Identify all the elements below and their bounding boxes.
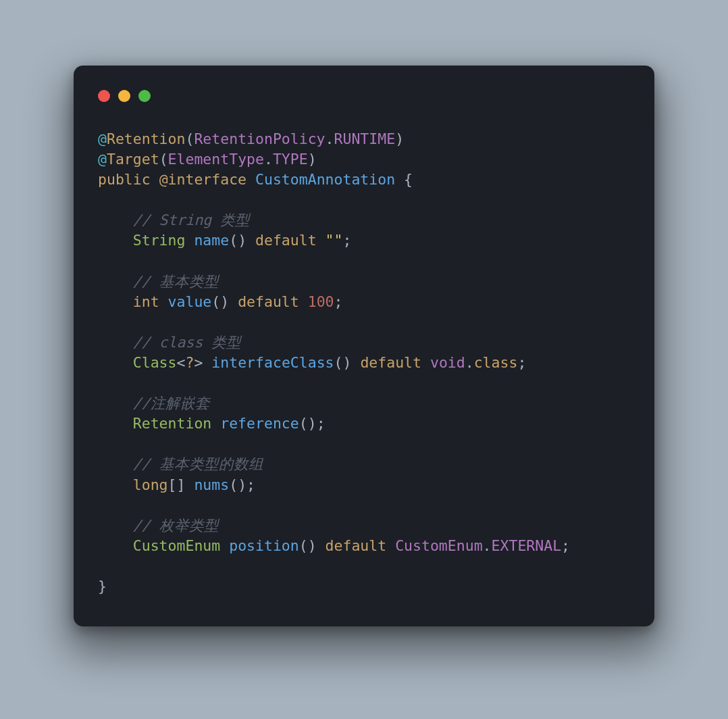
tok-enum-class: ElementType: [168, 151, 264, 168]
tok-method-nums: nums: [194, 476, 229, 493]
tok-at: @: [98, 151, 107, 168]
tok-method-reference: reference: [220, 415, 299, 432]
tok-semicolon: ;: [342, 232, 351, 249]
tok-keyword-long: long: [133, 476, 168, 493]
tok-semicolon: ;: [517, 354, 526, 371]
tok-dot: .: [465, 354, 474, 371]
tok-comment: //注解嵌套: [133, 395, 210, 412]
tok-parens: (): [229, 476, 246, 493]
tok-type-customenum: CustomEnum: [133, 537, 220, 554]
tok-dot: .: [326, 130, 334, 147]
tok-brace-open: {: [395, 171, 413, 188]
tok-keyword-class: class: [474, 354, 518, 371]
tok-brace-close: }: [98, 578, 107, 595]
tok-enum-const: RUNTIME: [334, 130, 396, 147]
code-block: @Retention(RetentionPolicy.RUNTIME) @Tar…: [98, 129, 630, 597]
tok-keyword-default: default: [229, 293, 308, 310]
tok-dot: .: [483, 537, 492, 554]
tok-gt: >: [194, 354, 203, 371]
tok-lparen: (: [159, 151, 168, 168]
tok-method-name: name: [194, 232, 229, 249]
tok-comment: // class 类型: [133, 334, 242, 351]
tok-keyword-int: int: [133, 293, 159, 310]
tok-parens: (): [211, 293, 229, 310]
window-traffic-lights: [98, 90, 630, 102]
tok-keyword-default: default: [351, 354, 430, 371]
tok-comment: // 枚举类型: [133, 517, 219, 534]
tok-enum-const: TYPE: [273, 151, 308, 168]
tok-keyword-at-interface: @interface: [159, 171, 246, 188]
tok-method-position: position: [229, 537, 299, 554]
tok-enum-class: RetentionPolicy: [194, 130, 325, 147]
tok-keyword-public: public: [98, 171, 151, 188]
tok-lt: <: [177, 354, 186, 371]
code-window: @Retention(RetentionPolicy.RUNTIME) @Tar…: [74, 66, 654, 626]
tok-keyword-default: default: [246, 232, 326, 249]
tok-semicolon: ;: [317, 415, 326, 432]
tok-rparen: ): [395, 130, 404, 147]
tok-enum-const: EXTERNAL: [492, 537, 562, 554]
tok-string-literal: "": [326, 232, 343, 249]
tok-type-class: Class: [133, 354, 177, 371]
tok-parens: (): [299, 415, 317, 432]
tok-comment: // String 类型: [133, 212, 250, 228]
tok-number: 100: [308, 293, 334, 310]
tok-enum-class: CustomEnum: [395, 537, 482, 554]
tok-type-string: String: [133, 232, 186, 249]
tok-brackets: []: [168, 476, 186, 493]
window-close-icon[interactable]: [98, 90, 110, 102]
tok-lparen: (: [185, 130, 194, 147]
tok-comment: // 基本类型的数组: [133, 455, 263, 472]
window-minimize-icon[interactable]: [118, 90, 130, 102]
tok-semicolon: ;: [246, 476, 255, 493]
tok-annotation-name: Retention: [107, 130, 186, 147]
tok-parens: (): [229, 232, 246, 249]
tok-comment: // 基本类型: [133, 273, 219, 290]
tok-parens: (): [299, 537, 317, 554]
tok-keyword-default: default: [317, 537, 396, 554]
tok-method-value: value: [168, 293, 212, 310]
tok-type-name: CustomAnnotation: [255, 171, 395, 188]
tok-wildcard: ?: [185, 354, 194, 371]
tok-semicolon: ;: [561, 537, 570, 554]
tok-at: @: [98, 130, 107, 147]
tok-rparen: ): [308, 151, 317, 168]
tok-parens: (): [334, 354, 352, 371]
window-zoom-icon[interactable]: [138, 90, 151, 102]
tok-keyword-void: void: [430, 354, 465, 371]
tok-dot: .: [264, 151, 273, 168]
tok-semicolon: ;: [334, 293, 343, 310]
tok-method-interfaceClass: interfaceClass: [211, 354, 334, 371]
tok-type-retention: Retention: [133, 415, 212, 432]
tok-annotation-name: Target: [107, 151, 159, 168]
